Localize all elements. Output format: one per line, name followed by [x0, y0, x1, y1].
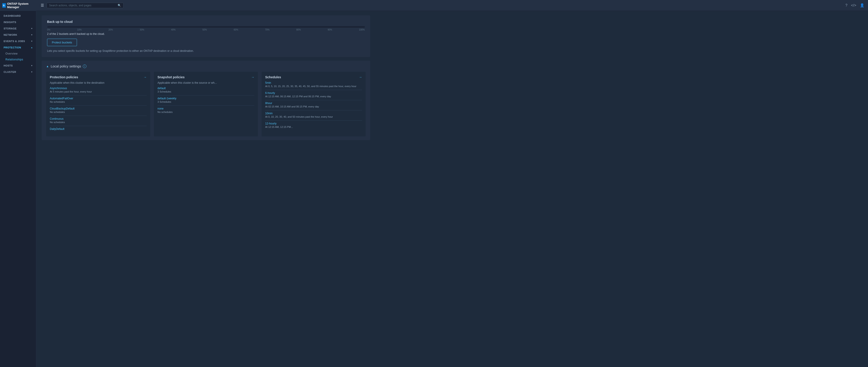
snapmirror-description: Lets you select specific buckets for set…	[47, 49, 365, 53]
sidebar-item-network[interactable]: NETWORK ▾	[0, 32, 36, 38]
search-bar[interactable]: 🔍	[46, 3, 124, 8]
schedules-arrow-icon[interactable]: →	[359, 75, 362, 79]
snapshot-policies-title: Snapshot policies	[157, 75, 185, 79]
schedule-item-10min[interactable]: 10min	[265, 112, 362, 115]
logo-icon: N	[2, 3, 6, 8]
topbar-right: ? </> 👤	[845, 3, 864, 7]
protection-policies-title: Protection policies	[50, 75, 78, 79]
network-chevron-icon: ▾	[31, 34, 33, 36]
sidebar-item-insights[interactable]: INSIGHTS	[0, 19, 36, 25]
divider	[50, 116, 147, 116]
backup-title: Back up to cloud	[47, 20, 365, 24]
search-icon: 🔍	[118, 4, 121, 7]
backup-section: Back up to cloud 0% 10% 20% 30% 40% 50%	[42, 16, 370, 57]
policy-item-default-1weekly-desc: 3 Schedules	[157, 100, 254, 103]
policy-item-automatedfailover-desc: No schedules	[50, 100, 147, 103]
schedules-header: Schedules →	[265, 75, 362, 79]
divider	[50, 126, 147, 126]
cluster-chevron-icon: ▾	[31, 71, 33, 73]
app-title: ONTAP System Manager	[7, 2, 34, 9]
info-icon[interactable]: i	[83, 64, 87, 68]
content-area: Back up to cloud 0% 10% 20% 30% 40% 50%	[36, 11, 376, 145]
policy-section-header[interactable]: ▲ Local policy settings i	[46, 64, 366, 68]
list-item: DailyDefault	[50, 127, 147, 130]
policy-item-asynchronous[interactable]: Asynchronous	[50, 87, 147, 90]
list-item: Asynchronous At 5 minutes past the hour,…	[50, 87, 147, 93]
sidebar-item-relationships[interactable]: Relationships	[0, 57, 36, 62]
events-chevron-icon: ▾	[31, 40, 33, 42]
sidebar: N ONTAP System Manager DASHBOARD INSIGHT…	[0, 0, 36, 367]
list-item: 6-hourly At 12:15 AM, 06:15 AM, 12:15 PM…	[265, 91, 362, 98]
divider	[50, 105, 147, 106]
protection-policies-arrow-icon[interactable]: →	[144, 75, 147, 79]
sidebar-item-dashboard[interactable]: DASHBOARD	[0, 13, 36, 19]
list-item: default 3 Schedules	[157, 87, 254, 93]
schedules-title: Schedules	[265, 75, 281, 79]
progress-info: 2 of the 2 buckets aren't backed up to t…	[47, 32, 365, 35]
policy-item-cloudbackupdefault-desc: No schedules	[50, 111, 147, 113]
protection-policies-card: Protection policies → Applicable when th…	[46, 72, 150, 136]
policy-cards: Protection policies → Applicable when th…	[46, 72, 366, 136]
svg-text:N: N	[3, 4, 4, 7]
topbar: ☰ 🔍 ? </> 👤	[36, 0, 868, 11]
collapse-icon: ▲	[46, 65, 49, 68]
sidebar-item-overview[interactable]: Overview	[0, 51, 36, 57]
list-item: 10min At 0, 10, 20, 30, 40, and 50 minut…	[265, 112, 362, 118]
sidebar-item-events-jobs[interactable]: EVENTS & JOBS ▾	[0, 38, 36, 44]
schedule-item-5min-desc: At 0, 5, 10, 15, 20, 25, 30, 35, 40, 45,…	[265, 85, 362, 88]
protection-policies-header: Protection policies →	[50, 75, 147, 79]
protection-chevron-icon: ▴	[31, 47, 33, 49]
progress-bar-fill	[47, 26, 365, 28]
local-policy-section: ▲ Local policy settings i Protection pol…	[42, 61, 370, 140]
snapshot-policies-card: Snapshot policies → Applicable when this…	[154, 72, 258, 136]
divider	[265, 120, 362, 121]
schedule-item-5min[interactable]: 5min	[265, 81, 362, 84]
help-icon[interactable]: ?	[845, 3, 847, 7]
sidebar-header: N ONTAP System Manager	[0, 0, 36, 11]
policy-item-continuous[interactable]: Continuous	[50, 117, 147, 120]
policy-item-continuous-desc: No schedules	[50, 121, 147, 124]
policy-item-none[interactable]: none	[157, 107, 254, 110]
user-icon[interactable]: 👤	[860, 3, 864, 7]
schedule-item-10min-desc: At 0, 10, 20, 30, 40, and 50 minutes pas…	[265, 115, 362, 118]
policy-item-none-desc: No schedules	[157, 111, 254, 113]
sidebar-item-cluster[interactable]: CLUSTER ▾	[0, 69, 36, 75]
snapshot-policies-subtitle: Applicable when this cluster is the sour…	[157, 81, 254, 84]
code-icon[interactable]: </>	[851, 3, 856, 7]
list-item: 12-hourly At 12:15 AM, 12:15 PM...	[265, 122, 362, 128]
protect-buckets-button[interactable]: Protect buckets	[47, 39, 77, 46]
policy-item-dailydefault[interactable]: DailyDefault	[50, 127, 147, 130]
policy-item-automatedfailover[interactable]: AutomatedFailOver	[50, 97, 147, 100]
sidebar-item-storage[interactable]: STORAGE ▾	[0, 25, 36, 32]
main-content: Back up to cloud 0% 10% 20% 30% 40% 50%	[36, 11, 868, 367]
list-item: default-1weekly 3 Schedules	[157, 97, 254, 103]
schedule-item-6hourly[interactable]: 6-hourly	[265, 91, 362, 95]
snapshot-policies-arrow-icon[interactable]: →	[251, 75, 254, 79]
policy-item-default[interactable]: default	[157, 87, 254, 90]
schedules-card: Schedules → 5min At 0, 5, 10, 15, 20, 25…	[261, 72, 366, 136]
list-item: CloudBackupDefault No schedules	[50, 107, 147, 113]
storage-chevron-icon: ▾	[31, 27, 33, 30]
list-item: 8hour At 02:15 AM, 10:15 AM and 06:15 PM…	[265, 101, 362, 108]
hamburger-icon[interactable]: ☰	[40, 2, 45, 8]
policy-section-title: Local policy settings	[51, 64, 81, 68]
policy-item-asynchronous-desc: At 5 minutes past the hour, every hour	[50, 90, 147, 93]
list-item: AutomatedFailOver No schedules	[50, 97, 147, 103]
sidebar-item-hosts[interactable]: HOSTS ▾	[0, 62, 36, 69]
policy-item-default-desc: 3 Schedules	[157, 90, 254, 93]
protection-policies-subtitle: Applicable when this cluster is the dest…	[50, 81, 147, 84]
sidebar-nav: DASHBOARD INSIGHTS STORAGE ▾ NETWORK ▾ E…	[0, 11, 36, 367]
app-logo: N ONTAP System Manager	[2, 2, 34, 9]
policy-item-cloudbackupdefault[interactable]: CloudBackupDefault	[50, 107, 147, 110]
policy-item-default-1weekly[interactable]: default-1weekly	[157, 97, 254, 100]
schedule-item-6hourly-desc: At 12:15 AM, 06:15 AM, 12:15 PM and 06:1…	[265, 95, 362, 98]
progress-container: 0% 10% 20% 30% 40% 50% 60% 70% 80% 90% 1…	[47, 26, 365, 31]
progress-labels: 0% 10% 20% 30% 40% 50% 60% 70% 80% 90% 1…	[47, 29, 365, 31]
schedule-item-8hour[interactable]: 8hour	[265, 101, 362, 105]
list-item: 5min At 0, 5, 10, 15, 20, 25, 30, 35, 40…	[265, 81, 362, 88]
schedule-item-12hourly[interactable]: 12-hourly	[265, 122, 362, 125]
search-input[interactable]	[49, 4, 116, 7]
schedule-item-8hour-desc: At 02:15 AM, 10:15 AM and 06:15 PM, ever…	[265, 105, 362, 108]
sidebar-item-protection[interactable]: PROTECTION ▴	[0, 44, 36, 51]
divider	[265, 110, 362, 111]
